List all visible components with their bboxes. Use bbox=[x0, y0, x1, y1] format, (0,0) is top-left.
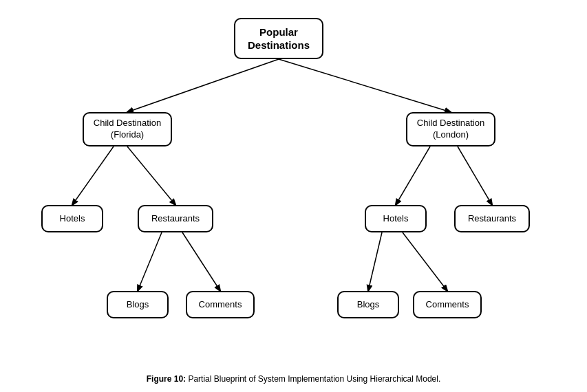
lo-blogs-node: Blogs bbox=[337, 291, 399, 318]
london-node: Child Destination(London) bbox=[406, 112, 495, 146]
figure-caption: Figure 10: Partial Blueprint of System I… bbox=[147, 370, 441, 386]
diagram-container: Popular Destinations Child Destination(F… bbox=[0, 6, 587, 370]
svg-line-2 bbox=[72, 146, 114, 205]
svg-line-5 bbox=[182, 232, 220, 291]
fl-hotels-node: Hotels bbox=[41, 205, 103, 232]
svg-line-6 bbox=[396, 146, 430, 205]
lo-hotels-node: Hotels bbox=[365, 205, 427, 232]
svg-line-3 bbox=[127, 146, 175, 205]
lo-restaurants-node: Restaurants bbox=[454, 205, 530, 232]
fl-restaurants-node: Restaurants bbox=[138, 205, 213, 232]
svg-line-0 bbox=[127, 59, 279, 112]
fl-comments-node: Comments bbox=[186, 291, 255, 318]
svg-line-8 bbox=[368, 232, 382, 291]
svg-line-9 bbox=[403, 232, 447, 291]
svg-line-4 bbox=[138, 232, 162, 291]
svg-line-1 bbox=[279, 59, 451, 112]
connector-lines bbox=[0, 6, 587, 370]
fl-blogs-node: Blogs bbox=[107, 291, 169, 318]
lo-comments-node: Comments bbox=[413, 291, 482, 318]
florida-node: Child Destination(Florida) bbox=[83, 112, 172, 146]
root-node: Popular Destinations bbox=[234, 18, 323, 59]
svg-line-7 bbox=[458, 146, 492, 205]
